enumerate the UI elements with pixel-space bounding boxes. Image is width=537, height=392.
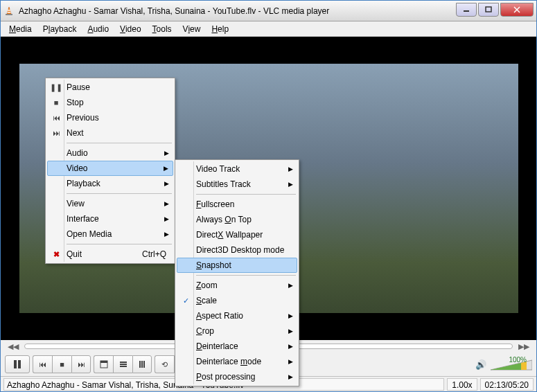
ctx-always-on-top[interactable]: Always On Top — [177, 212, 297, 227]
speaker-icon[interactable]: 🔊 — [475, 359, 486, 370]
ctx-open-media[interactable]: Open Media▶ — [47, 226, 173, 242]
window-controls — [456, 3, 534, 17]
settings-button[interactable] — [132, 355, 152, 373]
ctx-directx-wallpaper[interactable]: DirectX Wallpaper — [177, 227, 297, 242]
submenu-arrow-icon: ▶ — [288, 312, 293, 319]
svg-rect-2 — [8, 12, 11, 13]
ctx-crop[interactable]: Crop▶ — [177, 323, 297, 339]
submenu-arrow-icon: ▶ — [164, 231, 169, 238]
submenu-arrow-icon: ▶ — [288, 282, 293, 289]
svg-rect-4 — [464, 10, 469, 12]
menu-audio[interactable]: Audio — [83, 23, 113, 35]
ctx-view[interactable]: View▶ — [47, 196, 173, 211]
svg-rect-17 — [143, 361, 145, 368]
submenu-arrow-icon: ▶ — [164, 165, 168, 172]
vlc-icon — [3, 6, 15, 17]
ctx-zoom[interactable]: Zoom▶ — [177, 278, 297, 293]
submenu-arrow-icon: ▶ — [164, 150, 169, 157]
ctx-audio[interactable]: Audio▶ — [47, 145, 173, 161]
prev-button[interactable]: ⏮ — [33, 355, 52, 373]
svg-rect-9 — [18, 360, 21, 368]
volume-slider[interactable]: 100% — [491, 357, 532, 371]
submenu-arrow-icon: ▶ — [288, 166, 293, 172]
submenu-arrow-icon: ▶ — [164, 215, 169, 222]
vlc-window: Azhagho Azhaghu - Samar Vishal, Trisha, … — [0, 0, 537, 392]
volume-control: 🔊 100% — [475, 357, 532, 371]
menu-view[interactable]: View — [179, 23, 205, 35]
menu-tools[interactable]: Tools — [148, 23, 176, 35]
ctx-interface[interactable]: Interface▶ — [47, 211, 173, 226]
ctx-next[interactable]: ⏭Next — [47, 125, 173, 141]
menu-help[interactable]: Help — [207, 23, 233, 35]
svg-rect-5 — [486, 7, 491, 12]
ctx-direct3d-desktop[interactable]: Direct3D Desktop mode — [177, 242, 297, 258]
menu-video[interactable]: Video — [116, 23, 145, 35]
ctx-quit[interactable]: ✖QuitCtrl+Q — [47, 247, 173, 262]
stop-icon: ■ — [50, 98, 62, 107]
next-icon: ⏭ — [50, 129, 62, 137]
menu-media[interactable]: Media — [5, 23, 36, 35]
submenu-arrow-icon: ▶ — [288, 328, 293, 335]
ctx-snapshot[interactable]: Snapshot — [177, 258, 297, 273]
check-icon: ✓ — [179, 296, 192, 305]
ctx-subtitles-track[interactable]: Subtitles Track▶ — [177, 177, 297, 192]
submenu-arrow-icon: ▶ — [164, 200, 169, 207]
svg-rect-1 — [8, 10, 10, 11]
svg-rect-12 — [120, 362, 127, 363]
svg-rect-13 — [120, 364, 127, 365]
ctx-stop[interactable]: ■Stop — [47, 95, 173, 110]
pause-icon: ❚❚ — [50, 83, 62, 92]
ctx-video[interactable]: Video▶ — [47, 161, 173, 176]
ctx-deinterlace-mode[interactable]: Deinterlace mode▶ — [177, 354, 297, 369]
ctx-playback[interactable]: Playback▶ — [47, 176, 173, 191]
ctx-video-track[interactable]: Video Track▶ — [177, 161, 297, 177]
svg-rect-8 — [14, 360, 17, 368]
minimize-button[interactable] — [456, 3, 477, 17]
submenu-arrow-icon: ▶ — [288, 181, 293, 188]
close-button[interactable] — [500, 3, 534, 17]
titlebar[interactable]: Azhagho Azhaghu - Samar Vishal, Trisha, … — [1, 1, 536, 21]
volume-percent: 100% — [509, 356, 527, 364]
status-speed[interactable]: 1.00x — [447, 378, 477, 391]
svg-rect-16 — [141, 361, 143, 368]
playlist-button[interactable] — [113, 355, 132, 373]
submenu-arrow-icon: ▶ — [288, 358, 293, 365]
ctx-fullscreen[interactable]: Fullscreen — [177, 197, 297, 212]
menu-playback[interactable]: Playback — [39, 23, 81, 35]
status-time[interactable]: 02:13/05:20 — [480, 378, 534, 391]
ctx-scale[interactable]: ✓Scale — [177, 293, 297, 308]
fullscreen-button[interactable] — [94, 355, 113, 373]
context-menu-video: Video Track▶ Subtitles Track▶ Fullscreen… — [175, 159, 299, 386]
ctx-aspect-ratio[interactable]: Aspect Ratio▶ — [177, 308, 297, 323]
menubar: Media Playback Audio Video Tools View He… — [1, 21, 536, 37]
window-title: Azhagho Azhaghu - Samar Vishal, Trisha, … — [19, 6, 456, 16]
seek-forward-icon[interactable]: ▶▶ — [518, 342, 529, 351]
next-button[interactable]: ⏭ — [71, 355, 91, 373]
ctx-post-processing[interactable]: Post processing▶ — [177, 369, 297, 384]
context-menu-main: ❚❚Pause ■Stop ⏮Previous ⏭Next Audio▶ Vid… — [45, 78, 175, 264]
stop-button[interactable]: ■ — [52, 355, 71, 373]
play-pause-button[interactable] — [5, 355, 30, 373]
submenu-arrow-icon: ▶ — [288, 343, 293, 350]
ctx-pause[interactable]: ❚❚Pause — [47, 80, 173, 95]
svg-rect-11 — [100, 361, 107, 363]
submenu-arrow-icon: ▶ — [288, 373, 293, 380]
ctx-previous[interactable]: ⏮Previous — [47, 110, 173, 125]
seek-back-icon[interactable]: ◀◀ — [8, 342, 19, 351]
ctx-deinterlace[interactable]: Deinterlace▶ — [177, 339, 297, 354]
submenu-arrow-icon: ▶ — [164, 180, 169, 187]
svg-rect-3 — [6, 14, 12, 15]
svg-rect-15 — [139, 361, 141, 368]
loop-button[interactable]: ⟲ — [155, 355, 174, 373]
maximize-button[interactable] — [478, 3, 499, 17]
svg-rect-14 — [120, 366, 127, 367]
quit-icon: ✖ — [50, 250, 62, 259]
previous-icon: ⏮ — [50, 114, 62, 122]
